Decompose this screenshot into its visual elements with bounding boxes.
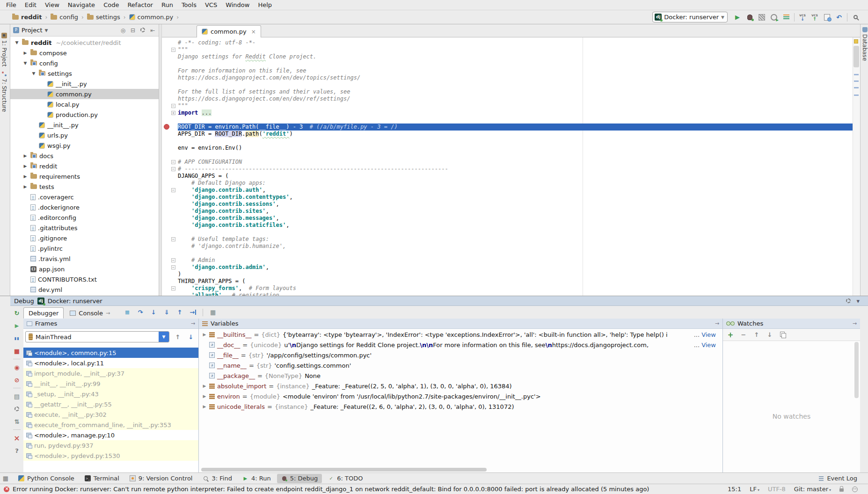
fold-expand-icon[interactable]: + [171, 111, 175, 115]
editor-gutter[interactable] [162, 88, 178, 95]
fold-collapse-icon[interactable]: − [171, 160, 175, 164]
code-line[interactable]: For more information on this file, see [162, 67, 853, 74]
code-line[interactable]: # 'django.contrib.humanize', [162, 243, 853, 250]
restore-layout-icon[interactable] [12, 392, 22, 401]
fold-collapse-icon[interactable]: − [171, 265, 175, 269]
run-icon[interactable] [733, 13, 742, 22]
tab-debugger[interactable]: Debugger [23, 307, 64, 319]
editor-gutter[interactable] [162, 67, 178, 74]
code-line[interactable]: THIRD_PARTY_APPS = ( [162, 278, 853, 285]
move-up-watch-icon[interactable] [753, 331, 760, 339]
expand-arrow-icon[interactable]: ▶ [202, 332, 207, 337]
editor-gutter[interactable] [162, 138, 178, 145]
tree-expanded-arrow-icon[interactable]: ▼ [14, 40, 20, 45]
tree-item-__init__-py[interactable]: __init__.py [10, 120, 159, 130]
inspection-profile-icon[interactable] [852, 487, 858, 492]
tree-item-requirements[interactable]: ▶requirements [10, 171, 159, 182]
coverage-icon[interactable] [757, 13, 766, 22]
code-line[interactable]: # Default Django apps: [162, 180, 853, 187]
frame-row[interactable]: run, pydevd.py:937 [23, 440, 198, 450]
tree-item--dockerignore[interactable]: .dockerignore [10, 202, 159, 212]
view-layout-icon[interactable] [208, 308, 218, 317]
expand-arrow-icon[interactable]: ▶ [202, 394, 207, 399]
view-value-link[interactable]: ...View [692, 329, 716, 340]
code-line[interactable]: − # Useful template tags: [162, 236, 853, 243]
line-separator-widget[interactable]: LF▾ [750, 486, 759, 493]
code-line[interactable]: DJANGO_APPS = ( [162, 173, 853, 180]
tree-item--gitignore[interactable]: .gitignore [10, 233, 159, 243]
fold-collapse-icon[interactable]: − [171, 167, 175, 171]
code-line[interactable]: − 'django.contrib.admin', [162, 264, 853, 271]
locate-icon[interactable] [120, 27, 126, 34]
git-branch-widget[interactable]: Git: master▾ [794, 486, 831, 493]
tree-item-tests[interactable]: ▶tests [10, 182, 159, 192]
tree-item-__init__-py[interactable]: __init__.py [10, 79, 159, 89]
code-line[interactable]: 'django.contrib.sites', [162, 208, 853, 215]
frame-row[interactable]: __init__, __init__.py:99 [23, 378, 198, 389]
tree-item--travis-yml[interactable]: .travis.yml [10, 254, 159, 264]
editor-gutter[interactable] [162, 222, 178, 229]
editor-gutter[interactable] [162, 229, 178, 236]
vcs-down-icon[interactable] [798, 13, 807, 22]
tree-expanded-arrow-icon[interactable]: ▼ [22, 61, 28, 65]
profile-icon[interactable] [769, 13, 779, 22]
tree-item-reddit[interactable]: ▶reddit [10, 161, 159, 171]
encoding-widget[interactable]: UTF-8 [768, 486, 786, 493]
vertical-scrollbar[interactable] [854, 342, 859, 398]
scroll-down-icon[interactable] [12, 417, 22, 426]
tree-collapsed-arrow-icon[interactable]: ▶ [22, 51, 28, 55]
close-icon[interactable]: × [251, 29, 256, 35]
code-line[interactable]: 'django.contrib.contenttypes', [162, 194, 853, 201]
step-over-icon[interactable] [136, 308, 145, 317]
code-line[interactable]: APPS_DIR = ROOT_DIR.path('reddit') [162, 131, 853, 138]
tree-item--pylintrc[interactable]: .pylintrc [10, 243, 159, 254]
tree-item-config[interactable]: ▼config [10, 58, 159, 68]
search-icon[interactable] [851, 13, 860, 22]
toolwindow-tab-3-find[interactable]: 3: Find [198, 474, 236, 483]
code-line[interactable]: − 'crispy_forms', # Form layouts [162, 285, 853, 292]
fold-collapse-icon[interactable]: − [171, 188, 175, 192]
code-line[interactable] [162, 138, 853, 145]
changes-icon[interactable] [822, 13, 832, 22]
editor-gutter[interactable]: − [162, 102, 178, 109]
editor-gutter[interactable] [162, 243, 178, 250]
step-out-icon[interactable] [175, 308, 184, 317]
view-value-link[interactable]: ...View [692, 340, 716, 350]
menu-item-file[interactable]: File [2, 0, 21, 10]
tree-item-common-py[interactable]: common.py [10, 89, 159, 99]
menu-item-code[interactable]: Code [99, 0, 123, 10]
toolwindow-tab-5-debug[interactable]: 5: Debug [277, 474, 322, 483]
editor-gutter[interactable] [162, 292, 178, 296]
variable-row[interactable]: ▶absolute_import={instance}_Feature: _Fe… [199, 381, 722, 391]
editor-gutter[interactable] [162, 131, 178, 138]
editor-gutter[interactable]: − [162, 264, 178, 271]
next-frame-button[interactable]: ↓ [186, 332, 196, 341]
code-line[interactable] [162, 60, 853, 67]
thread-select[interactable]: MainThread ▼ [25, 331, 169, 342]
editor-scrollbar[interactable] [853, 37, 860, 296]
code-line[interactable] [162, 116, 853, 124]
sidebar-tab-database[interactable]: Database [861, 27, 868, 61]
run-configuration-select[interactable]: Docker: runserver ▼ [652, 12, 728, 22]
code-line[interactable]: − 'django.contrib.auth', [162, 187, 853, 194]
frame-row[interactable]: <module>, local.py:11 [23, 358, 198, 368]
resume-icon[interactable] [12, 321, 22, 330]
hide-panel-icon[interactable] [856, 298, 860, 305]
editor-gutter[interactable]: − [162, 187, 178, 194]
step-into-icon[interactable] [149, 308, 158, 317]
caret-position-widget[interactable]: 15:1 [728, 486, 741, 493]
settings-icon[interactable] [139, 27, 146, 34]
fold-collapse-icon[interactable]: − [171, 104, 175, 108]
editor-gutter[interactable] [162, 39, 178, 46]
fold-collapse-icon[interactable]: − [171, 258, 175, 262]
variable-row[interactable]: ▶environ={module}<module 'environ' from … [199, 391, 722, 401]
editor-gutter[interactable] [162, 208, 178, 215]
code-line[interactable] [162, 250, 853, 257]
tree-collapsed-arrow-icon[interactable]: ▶ [22, 164, 28, 168]
horizontal-scrollbar[interactable] [201, 468, 487, 472]
editor-gutter[interactable]: − [162, 236, 178, 243]
editor-gutter[interactable] [162, 74, 178, 81]
force-step-into-icon[interactable] [162, 308, 171, 317]
previous-frame-button[interactable]: ↑ [173, 332, 182, 341]
editor-gutter[interactable] [162, 250, 178, 257]
